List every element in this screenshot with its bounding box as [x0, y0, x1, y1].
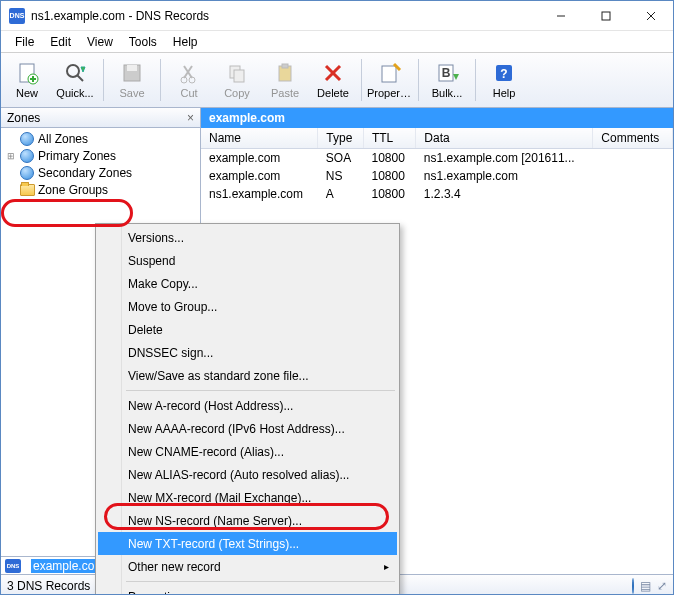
table-row[interactable]: example.comSOA10800ns1.example.com [2016… [201, 149, 673, 168]
menu-view[interactable]: View [79, 33, 121, 51]
col-ttl[interactable]: TTL [363, 128, 415, 149]
breadcrumb: example.com [201, 108, 673, 128]
delete-icon [321, 61, 345, 85]
ctx-new-ns[interactable]: New NS-record (Name Server)... [98, 509, 397, 532]
properties-label: Properties [367, 87, 413, 99]
window-title: ns1.example.com - DNS Records [31, 9, 538, 23]
ctx-viewsave[interactable]: View/Save as standard zone file... [98, 364, 397, 387]
ctx-makecopy[interactable]: Make Copy... [98, 272, 397, 295]
ctx-new-aaaa[interactable]: New AAAA-record (IPv6 Host Address)... [98, 417, 397, 440]
cut-icon [177, 61, 201, 85]
paste-label: Paste [271, 87, 299, 99]
quick-icon [63, 61, 87, 85]
tree-item-secondary[interactable]: Secondary Zones [1, 164, 200, 181]
tree-item-allzones[interactable]: All Zones [1, 130, 200, 147]
table-row[interactable]: example.comNS10800ns1.example.com [201, 167, 673, 185]
cell-type: A [318, 185, 364, 203]
cut-label: Cut [180, 87, 197, 99]
cell-data: ns1.example.com [416, 167, 593, 185]
cut-button[interactable]: Cut [165, 55, 213, 105]
cell-comments [593, 185, 673, 203]
delete-button[interactable]: Delete [309, 55, 357, 105]
ctx-properties[interactable]: Properties... [98, 585, 397, 595]
svg-rect-20 [282, 64, 288, 68]
col-name[interactable]: Name [201, 128, 318, 149]
svg-marker-27 [453, 74, 459, 80]
ctx-delete[interactable]: Delete [98, 318, 397, 341]
toolbar: New Quick... Save Cut Copy Paste Delete … [1, 52, 673, 108]
ctx-new-a[interactable]: New A-record (Host Address)... [98, 394, 397, 417]
bulk-label: Bulk... [432, 87, 463, 99]
paste-button[interactable]: Paste [261, 55, 309, 105]
cell-data: ns1.example.com [201611... [416, 149, 593, 168]
cell-ttl: 10800 [363, 185, 415, 203]
svg-rect-18 [234, 70, 244, 82]
copy-button[interactable]: Copy [213, 55, 261, 105]
help-button[interactable]: ? Help [480, 55, 528, 105]
save-icon [120, 61, 144, 85]
cell-comments [593, 167, 673, 185]
ctx-new-alias[interactable]: New ALIAS-record (Auto resolved alias)..… [98, 463, 397, 486]
tree-label: All Zones [38, 132, 88, 146]
minimize-button[interactable] [538, 1, 583, 30]
breadcrumb-label: example.com [209, 111, 285, 125]
globe-icon [19, 131, 35, 147]
svg-rect-23 [382, 66, 396, 82]
ctx-versions[interactable]: Versions... [98, 226, 397, 249]
close-button[interactable] [628, 1, 673, 30]
col-comments[interactable]: Comments [593, 128, 673, 149]
cell-comments [593, 149, 673, 168]
ctx-new-mx[interactable]: New MX-record (Mail Exchange)... [98, 486, 397, 509]
tree-item-primary[interactable]: ⊞Primary Zones [1, 147, 200, 164]
new-button[interactable]: New [3, 55, 51, 105]
tree-label: Secondary Zones [38, 166, 132, 180]
new-label: New [16, 87, 38, 99]
cell-ttl: 10800 [363, 167, 415, 185]
properties-button[interactable]: Properties [366, 55, 414, 105]
menu-edit[interactable]: Edit [42, 33, 79, 51]
quick-button[interactable]: Quick... [51, 55, 99, 105]
cell-name: example.com [201, 149, 318, 168]
titlebar: DNS ns1.example.com - DNS Records [1, 1, 673, 31]
save-button[interactable]: Save [108, 55, 156, 105]
cell-name: ns1.example.com [201, 185, 318, 203]
context-menu: Versions... Suspend Make Copy... Move to… [95, 223, 400, 595]
menu-tools[interactable]: Tools [121, 33, 165, 51]
delete-label: Delete [317, 87, 349, 99]
status-text: 3 DNS Records [7, 579, 90, 593]
folder-icon [19, 182, 35, 198]
ctx-other-new[interactable]: Other new record [98, 555, 397, 578]
close-panel-icon[interactable]: × [187, 111, 194, 125]
status-globe-icon [632, 579, 634, 593]
bulk-icon: B [435, 61, 459, 85]
svg-line-9 [77, 75, 83, 81]
svg-marker-10 [81, 67, 85, 72]
ctx-suspend[interactable]: Suspend [98, 249, 397, 272]
svg-text:?: ? [500, 67, 507, 81]
status-list-icon: ▤ [640, 579, 651, 593]
quick-label: Quick... [56, 87, 93, 99]
zone-icon: DNS [5, 559, 21, 573]
copy-label: Copy [224, 87, 250, 99]
zones-header: Zones × [1, 108, 200, 128]
col-data[interactable]: Data [416, 128, 593, 149]
ctx-movegroup[interactable]: Move to Group... [98, 295, 397, 318]
svg-text:B: B [442, 66, 451, 80]
tree-item-zonegroups[interactable]: Zone Groups [1, 181, 200, 198]
bulk-button[interactable]: B Bulk... [423, 55, 471, 105]
tree-label: Primary Zones [38, 149, 116, 163]
status-expand-icon[interactable]: ⤢ [657, 579, 667, 593]
ctx-new-cname[interactable]: New CNAME-record (Alias)... [98, 440, 397, 463]
maximize-button[interactable] [583, 1, 628, 30]
save-label: Save [119, 87, 144, 99]
ctx-new-txt[interactable]: New TXT-record (Text Strings)... [98, 532, 397, 555]
menu-file[interactable]: File [7, 33, 42, 51]
app-icon: DNS [9, 8, 25, 24]
tree-label: Zone Groups [38, 183, 108, 197]
menu-help[interactable]: Help [165, 33, 206, 51]
zones-header-label: Zones [7, 111, 40, 125]
col-type[interactable]: Type [318, 128, 364, 149]
svg-rect-12 [127, 65, 137, 71]
ctx-dnssec[interactable]: DNSSEC sign... [98, 341, 397, 364]
table-row[interactable]: ns1.example.comA108001.2.3.4 [201, 185, 673, 203]
